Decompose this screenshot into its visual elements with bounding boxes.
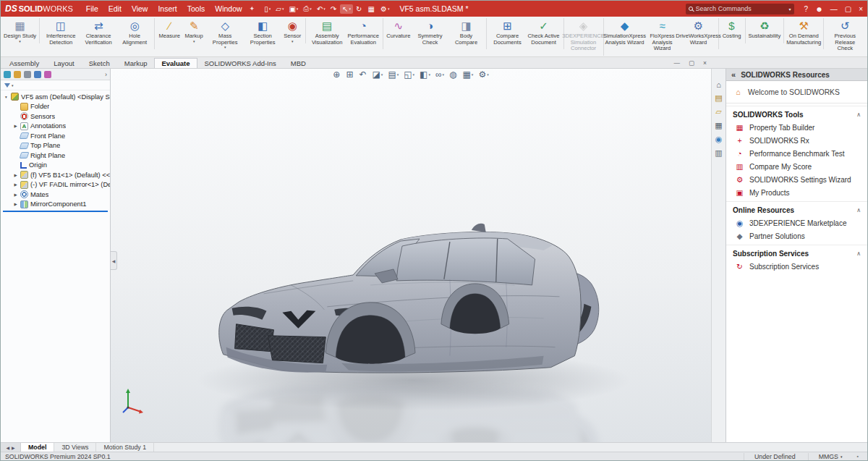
expand-arrow-icon[interactable]: ▾ — [4, 95, 9, 99]
command-search[interactable]: ▾ — [686, 4, 794, 14]
ribbon-tool[interactable]: ✓ Check Active Document — [527, 18, 564, 49]
qat-button[interactable]: ↶ ▾ — [315, 4, 328, 14]
tab-scroll-right-icon[interactable]: ▶ — [12, 445, 15, 450]
heads-up-button[interactable]: ▦ ▾ — [463, 69, 474, 80]
command-tab[interactable]: MBD — [284, 58, 313, 68]
tree-item[interactable]: Origin — [1, 161, 110, 171]
ribbon-tool[interactable]: ♻ Sustainability — [748, 18, 785, 43]
task-pane-link[interactable]: ⚙ SOLIDWORKS Settings Wizard — [726, 173, 867, 186]
qat-button[interactable]: ↖ ▾ — [340, 4, 353, 14]
tab-scroll-buttons[interactable]: ◀ ▶ — [1, 443, 21, 452]
task-pane-link[interactable]: ▥ Compare My Score — [726, 160, 867, 173]
heads-up-button[interactable]: ⊞ — [346, 69, 354, 80]
expand-arrow-icon[interactable]: ▶ — [13, 182, 18, 187]
tree-item[interactable]: Folder — [1, 102, 110, 112]
task-pane-link[interactable]: ◉ 3DEXPERIENCE Marketplace — [726, 216, 867, 229]
tree-item[interactable]: ▶ Mates — [1, 190, 110, 200]
command-tab[interactable]: SOLIDWORKS Add-Ins — [197, 58, 284, 68]
menu-item[interactable]: Insert — [153, 3, 181, 14]
qat-button[interactable]: ▱ ▾ — [273, 4, 286, 14]
ribbon-tool[interactable]: ✎ Markup ▾ — [182, 18, 206, 43]
heads-up-button[interactable]: ◱ ▾ — [404, 69, 414, 80]
feature-manager-tab-icon[interactable] — [24, 71, 31, 78]
qat-button[interactable]: ↻ — [354, 4, 365, 14]
menu-item[interactable]: View — [127, 3, 153, 14]
task-pane-strip-icon[interactable]: ⌂ — [713, 79, 725, 90]
task-pane-link[interactable]: ↻ Subscription Services — [726, 260, 867, 273]
menu-item[interactable]: File — [82, 3, 103, 14]
ribbon-tool[interactable]: ◔ Performance Evaluation — [346, 18, 383, 49]
tab-scroll-left-icon[interactable]: ◀ — [6, 445, 9, 450]
tree-item[interactable]: ▶ (f) VF5 B1<1> (Default) <<Defaul — [1, 170, 110, 180]
heads-up-button[interactable]: ⊕ — [333, 69, 341, 80]
heads-up-button[interactable]: ▤ ▾ — [388, 69, 399, 80]
ribbon-tool[interactable]: ▦ Design Study ▾ — [3, 18, 40, 43]
heads-up-button[interactable]: ⚙ ▾ — [478, 69, 488, 80]
model-tab[interactable]: Model — [21, 443, 54, 452]
ribbon-tool[interactable]: ⊞ Compare Documents — [489, 18, 527, 49]
heads-up-button[interactable]: ◪ ▾ — [373, 69, 383, 80]
titlebar-control-icon[interactable]: ? — [804, 5, 809, 13]
pane-flyout-chevron-icon[interactable]: › — [105, 71, 107, 78]
command-tab[interactable]: Assembly — [2, 58, 46, 68]
graphics-viewport[interactable]: ⊕ ⊞ ↶ ◪ ▾ — [111, 69, 711, 442]
task-pane-link[interactable]: ▦ Property Tab Builder — [726, 121, 867, 134]
tree-item[interactable]: Sensors — [1, 111, 110, 122]
tree-item[interactable]: ▶ (-) VF FADIL mirror<1> (Default) << — [1, 180, 110, 190]
ribbon-tool[interactable]: ↺ Previous Release Check — [826, 18, 864, 56]
tree-item[interactable]: ▶ MirrorComponent1 — [1, 200, 110, 210]
tree-item[interactable]: ▶ Annotations — [1, 122, 110, 132]
tree-item[interactable]: Front Plane — [1, 131, 110, 141]
ribbon-tool[interactable]: ▤ Assembly Visualization — [308, 18, 346, 49]
task-pane-link[interactable]: ◆ Partner Solutions — [726, 229, 867, 242]
ribbon-tool[interactable]: ⚙ DriveWorksXpress Wizard — [681, 18, 719, 49]
ribbon-tool[interactable]: ◧ Section Properties — [244, 18, 281, 49]
welcome-link[interactable]: ⌂ Welcome to SOLIDWORKS — [726, 81, 867, 103]
task-pane-strip-icon[interactable]: ▱ — [713, 106, 725, 117]
titlebar-control-icon[interactable]: × — [859, 5, 863, 13]
heads-up-button[interactable]: ↶ — [359, 69, 367, 80]
qat-button[interactable]: ▯ ▾ — [262, 4, 273, 14]
task-pane-strip-icon[interactable]: ◉ — [713, 134, 725, 145]
heads-up-button[interactable]: ∞ ▾ — [435, 69, 444, 80]
feature-manager-tab-icon[interactable] — [4, 71, 11, 78]
ribbon-tool[interactable]: ⚒ On Demand Manufacturing — [786, 18, 824, 49]
pin-menu-icon[interactable]: ✦ — [250, 5, 255, 12]
section-header-subscription-services[interactable]: Subscription Services ∧ — [726, 245, 867, 260]
menu-item[interactable]: Tools — [183, 3, 210, 14]
ribbon-tool[interactable]: ◨ Body Compare — [449, 18, 487, 49]
qat-button[interactable]: ▣ ▾ — [286, 4, 300, 14]
qat-button[interactable]: ⎙ ▾ — [301, 4, 314, 14]
filter-dropdown-icon[interactable]: ▾ — [12, 83, 14, 88]
menu-item[interactable]: Edit — [104, 3, 126, 14]
command-tab[interactable]: Markup — [117, 58, 155, 68]
ribbon-tool[interactable]: ◑ Symmetry Check — [412, 18, 449, 49]
document-window-control-icon[interactable]: × — [703, 59, 707, 67]
feature-manager-tab-icon[interactable] — [34, 71, 41, 78]
task-pane-strip-icon[interactable]: ▤ — [713, 93, 725, 103]
menu-item[interactable]: Window — [210, 3, 246, 14]
collapse-pane-icon[interactable]: « — [731, 70, 736, 79]
ribbon-tool[interactable]: ∕ Measure — [157, 18, 182, 43]
rollback-bar[interactable] — [3, 211, 108, 212]
model-tab[interactable]: 3D Views — [54, 443, 96, 452]
command-tab[interactable]: Evaluate — [154, 58, 197, 68]
ribbon-tool[interactable]: $ Costing — [721, 18, 746, 43]
qat-button[interactable]: ↷ — [328, 4, 339, 14]
ribbon-tool[interactable]: ◆ SimulationXpress Analysis Wizard — [606, 18, 644, 49]
titlebar-control-icon[interactable]: ▢ — [845, 5, 851, 13]
expand-arrow-icon[interactable]: ▶ — [13, 173, 18, 177]
model-tab[interactable]: Motion Study 1 — [96, 443, 154, 452]
titlebar-control-icon[interactable]: ☻ — [815, 5, 823, 13]
expand-arrow-icon[interactable]: ▶ — [13, 124, 18, 128]
ribbon-tool[interactable]: ⇄ Clearance Verification — [80, 18, 117, 49]
section-header-solidworks-tools[interactable]: SOLIDWORKS Tools ∧ — [726, 106, 867, 121]
command-tab[interactable]: Layout — [46, 58, 82, 68]
status-item[interactable]: MMGS ▾ — [808, 453, 853, 460]
task-pane-link[interactable]: ◔ Performance Benchmark Test — [726, 147, 867, 160]
command-tab[interactable]: Sketch — [82, 58, 117, 68]
section-header-online-resources[interactable]: Online Resources ∧ — [726, 201, 867, 216]
task-pane-strip-icon[interactable]: ▥ — [713, 148, 725, 158]
ribbon-tool[interactable]: ∿ Curvature — [386, 18, 411, 43]
document-window-control-icon[interactable]: — — [674, 59, 681, 67]
